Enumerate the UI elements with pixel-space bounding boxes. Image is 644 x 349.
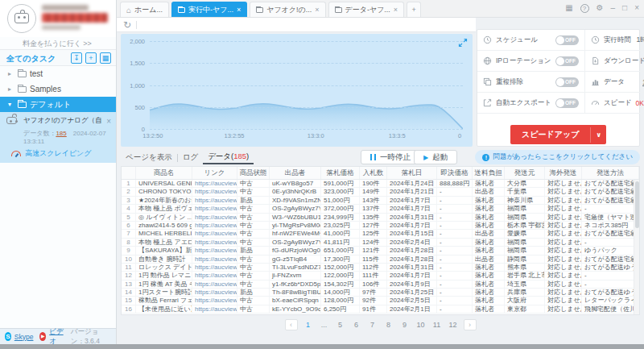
tree-item-default[interactable]: ▾ デフォルト: [0, 97, 116, 112]
link-cell[interactable]: https://aucview.com...: [192, 214, 237, 221]
close-icon[interactable]: ×: [394, 6, 398, 14]
skype-link[interactable]: Skype: [14, 333, 34, 341]
table-row[interactable]: 3★2024年新春のお年...https://aucview.com...新品X…: [122, 197, 639, 205]
schedule-toggle[interactable]: OFF: [555, 35, 579, 45]
ip-rotation-toggle[interactable]: OFF: [555, 56, 579, 66]
link-cell[interactable]: https://aucview.aucf...: [192, 280, 237, 288]
tab-show-page[interactable]: ページを表示: [121, 152, 177, 163]
link-cell[interactable]: https://aucview.aucf...: [192, 230, 237, 237]
new-task-icon[interactable]: +: [85, 52, 97, 64]
tab-data[interactable]: データ-ヤフ... ×: [328, 2, 405, 17]
link-cell[interactable]: https://aucview.com...: [192, 197, 237, 204]
close-icon[interactable]: ×: [315, 6, 319, 14]
table-row[interactable]: 5◎ ルイヴィトン ...https://aucview.com...中古W3-…: [122, 214, 639, 222]
settings-gear-icon[interactable]: ⚙: [597, 3, 604, 13]
link-cell[interactable]: https://aucview.aucf...: [192, 256, 237, 263]
link-cell[interactable]: https://aucview.aucf...: [192, 289, 237, 296]
import-task-icon[interactable]: ↧: [71, 52, 82, 64]
refresh-icon[interactable]: ↻: [123, 19, 131, 31]
result-bar: ページを表示 ログ データ(185) 一時停止 ▶起動 !問題があったらここをク…: [121, 150, 640, 165]
user-avatar[interactable]: [7, 4, 36, 33]
table-row[interactable]: 16【未使用品に近い】...https://aucview.aucf...中古k…: [122, 305, 639, 314]
link-cell[interactable]: https://aucview.aucf...: [192, 188, 237, 195]
new-tab-button[interactable]: +: [407, 2, 421, 17]
tree-item-test[interactable]: ▸ test: [0, 66, 116, 81]
prev-page-button[interactable]: ‹: [285, 319, 298, 330]
table-cell: 4: [122, 205, 136, 212]
tree-item-samples[interactable]: ▸ Samples: [0, 81, 116, 97]
table-cell: 14,000円: [321, 289, 360, 296]
table-row[interactable]: 9【SAKURAYA】新...https://aucview.aucf...新品…: [122, 247, 639, 255]
table-row[interactable]: 141円スタート腕時計...https://aucview.aucf...新品T…: [122, 289, 639, 297]
link-cell[interactable]: https://aucview.aucf...: [192, 180, 237, 187]
table-row[interactable]: 15稼動品 Ferrari フェ...https://aucview.aucf.…: [122, 297, 639, 305]
page-number[interactable]: 1: [303, 321, 314, 329]
header-cell: 海外発送: [545, 167, 582, 179]
pause-button[interactable]: 一時停止: [361, 150, 420, 164]
table-row[interactable]: 10自動巻き 腕時計https://aucview.aucf...中古gG-z5…: [122, 256, 639, 264]
table-row[interactable]: 121円 動作品 レマニア...https://aucview.com...中古…: [122, 272, 639, 280]
tab-data-active[interactable]: データ(185): [203, 152, 254, 164]
close-icon[interactable]: ×: [237, 6, 241, 14]
task-close-icon[interactable]: ×: [106, 117, 111, 126]
dedupe-toggle[interactable]: OFF: [555, 77, 579, 87]
page-number[interactable]: 6: [351, 321, 362, 329]
table-cell: 9: [122, 247, 136, 254]
close-window-icon[interactable]: ×: [634, 3, 639, 13]
link-cell[interactable]: https://aucview.aucf...: [192, 264, 237, 271]
tab-log[interactable]: ログ: [178, 152, 203, 163]
table-row[interactable]: 1UNIVERSAL GENE...https://aucview.aucf..…: [122, 180, 639, 188]
task-data-count[interactable]: 185: [56, 130, 66, 137]
link-cell[interactable]: https://aucview.com...: [192, 272, 237, 279]
link-cell[interactable]: https://aucview.aucf...: [192, 239, 237, 246]
task-card[interactable]: ヤフオク!のアナログ（自動巻き）の相場・... × データ数：1852024-0…: [0, 112, 116, 163]
header-cell: 商品名: [136, 167, 192, 179]
link-cell[interactable]: https://aucview.aucf...: [192, 205, 237, 212]
page-number[interactable]: 9: [399, 321, 411, 329]
restore-icon[interactable]: □: [622, 3, 627, 13]
tab-task-setup[interactable]: ヤフオク!の... ×: [250, 2, 325, 17]
tab-label: ): [246, 152, 249, 160]
run-button[interactable]: ▶起動: [414, 150, 457, 164]
problem-notice-link[interactable]: !問題があったらここをクリックしてください: [475, 150, 640, 164]
robot-icon: [14, 13, 29, 23]
table-row[interactable]: 6zhawi2414-5 609 g...https://aucview.auc…: [122, 222, 639, 230]
video-link[interactable]: ビデオ: [49, 327, 64, 347]
link-cell[interactable]: https://aucview.aucf...: [192, 247, 237, 254]
page-number[interactable]: 5: [335, 321, 346, 329]
help-icon[interactable]: ?: [580, 4, 589, 13]
table-row[interactable]: 11ロレックス デイト...https://aucview.aucf...中古T…: [122, 264, 639, 272]
page-number[interactable]: 11: [431, 321, 443, 329]
table-cell: 出品者: [473, 230, 505, 237]
chevron-down-icon[interactable]: ∨: [590, 127, 606, 143]
table-row[interactable]: 4本物 極上品 ボヴェ...https://aucview.aucf...中古O…: [122, 205, 639, 213]
page-number[interactable]: 8: [383, 321, 394, 329]
speed-value: 0KB/s: [636, 99, 644, 107]
table-cell: 対応しません: [545, 289, 582, 296]
apps-grid-icon[interactable]: ▦: [565, 3, 572, 13]
table-row[interactable]: 8本物 極上品 アエロ...https://aucview.aucf...中古O…: [122, 239, 639, 247]
page-number[interactable]: 12: [448, 321, 459, 329]
next-page-button[interactable]: ›: [464, 319, 477, 330]
scrollbar-thumb[interactable]: [635, 181, 639, 228]
minimize-icon[interactable]: –: [611, 3, 616, 13]
auto-export-toggle[interactable]: OFF: [555, 98, 579, 108]
table-row[interactable]: 2CHRONO TOKYO...https://aucview.aucf...中…: [122, 188, 639, 196]
expand-chart-icon[interactable]: [458, 38, 468, 48]
speedup-button[interactable]: スピードアップ ∨: [510, 125, 606, 144]
vertical-scrollbar[interactable]: [634, 180, 639, 314]
tab-home[interactable]: ⌂ ホーム...: [120, 2, 169, 17]
table-row[interactable]: 7MICHEL HERBELIN...https://aucview.aucf.…: [122, 230, 639, 238]
link-cell[interactable]: https://aucview.aucf...: [192, 297, 237, 304]
pay-link[interactable]: 料金を払うに行く >>: [23, 39, 116, 49]
batch-task-icon[interactable]: ▦: [100, 52, 111, 64]
page-number[interactable]: 7: [367, 321, 378, 329]
header-cell: 商品状態: [237, 167, 270, 179]
tab-running-task[interactable]: 実行中-ヤフ... ×: [171, 2, 247, 17]
link-cell[interactable]: https://aucview.aucf...: [192, 305, 237, 313]
link-cell[interactable]: https://aucview.aucf...: [192, 222, 237, 229]
folder-icon: [18, 86, 27, 93]
table-row[interactable]: 131円 稼働 AT 美品 モ...https://aucview.aucf..…: [122, 280, 639, 289]
page-number[interactable]: 10: [415, 321, 427, 329]
table-cell: 新品: [237, 247, 270, 254]
